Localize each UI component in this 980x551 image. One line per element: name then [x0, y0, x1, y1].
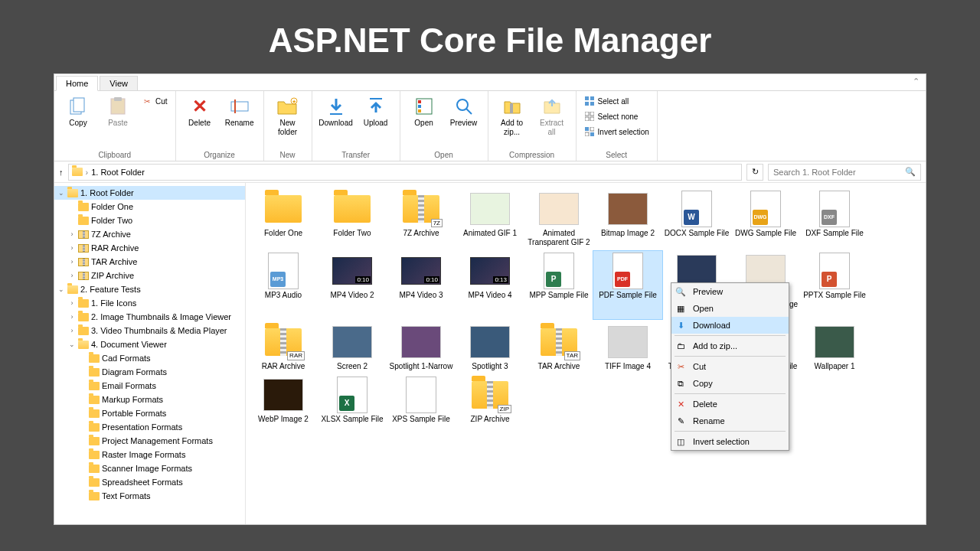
- file-item[interactable]: 0:10MP4 Video 2: [318, 251, 387, 319]
- file-item[interactable]: PPPTX Sample File: [800, 251, 869, 319]
- svg-rect-13: [418, 109, 421, 112]
- file-item[interactable]: Screen 2: [318, 322, 387, 373]
- collapse-ribbon-icon[interactable]: ⌃: [913, 77, 920, 86]
- file-item[interactable]: 0:13MP4 Video 4: [456, 251, 524, 319]
- file-item[interactable]: Spotlight 1-Narrow: [387, 322, 456, 373]
- ctx-download[interactable]: ⬇Download: [671, 317, 789, 334]
- tree-node[interactable]: ›TAR Archive: [54, 255, 245, 269]
- new-folder-button[interactable]: ★ New folder: [269, 94, 307, 138]
- expand-icon[interactable]: ›: [68, 327, 76, 334]
- file-item[interactable]: PMPP Sample File: [524, 251, 593, 319]
- expand-icon[interactable]: ›: [68, 230, 76, 238]
- ctx-open[interactable]: ▦Open: [671, 300, 789, 317]
- expand-icon[interactable]: ›: [68, 272, 76, 279]
- file-item[interactable]: Spotlight 3: [456, 322, 524, 373]
- file-name: PDF Sample File: [599, 291, 657, 300]
- file-item[interactable]: TIFF Image 4: [593, 322, 662, 373]
- preview-icon: [453, 96, 475, 117]
- expand-icon[interactable]: ⌄: [68, 341, 76, 348]
- search-box[interactable]: 🔍: [768, 164, 921, 181]
- tree-node[interactable]: Folder One: [54, 200, 245, 214]
- tree-node[interactable]: Portable Formats: [54, 406, 245, 420]
- search-input[interactable]: [773, 168, 905, 177]
- file-item[interactable]: WDOCX Sample File: [662, 189, 731, 248]
- extract-all-button[interactable]: Extract all: [533, 94, 571, 138]
- tree-label: Raster Image Formats: [102, 450, 185, 459]
- tree-node[interactable]: Project Management Formats: [54, 434, 245, 448]
- file-item[interactable]: Folder Two: [318, 189, 387, 248]
- file-item[interactable]: Animated Transparent GIF 2: [524, 189, 593, 248]
- expand-icon[interactable]: ›: [68, 244, 76, 252]
- tree-node[interactable]: Diagram Formats: [54, 365, 245, 379]
- upload-button[interactable]: Upload: [357, 94, 395, 129]
- file-item[interactable]: TARTAR Archive: [524, 322, 593, 373]
- file-item[interactable]: WebP Image 2: [249, 375, 318, 425]
- tree-node[interactable]: ›3. Video Thumbnails & Media Player: [54, 324, 245, 337]
- tree-node[interactable]: Folder Two: [54, 214, 245, 227]
- file-item[interactable]: ZIPZIP Archive: [456, 375, 524, 425]
- ctx-copy[interactable]: ⧉Copy: [671, 375, 789, 392]
- open-button[interactable]: Open: [405, 94, 443, 129]
- tree-node[interactable]: ⌄4. Document Viewer: [54, 337, 245, 351]
- file-item[interactable]: Bitmap Image 2: [593, 189, 662, 248]
- download-button[interactable]: Download: [317, 94, 355, 129]
- refresh-button[interactable]: ↻: [746, 164, 763, 181]
- file-item[interactable]: PDFPDF Sample File: [593, 251, 662, 319]
- ctx-rename[interactable]: ✎Rename: [671, 412, 789, 429]
- svg-rect-19: [585, 102, 589, 106]
- tab-home[interactable]: Home: [56, 76, 98, 91]
- tree-node[interactable]: Cad Formats: [54, 351, 245, 365]
- tree-node[interactable]: ›1. File Icons: [54, 296, 245, 310]
- file-item[interactable]: DWGDWG Sample File: [731, 189, 800, 248]
- file-item[interactable]: Animated GIF 1: [456, 189, 524, 248]
- invert-selection-button[interactable]: Invert selection: [581, 125, 652, 139]
- cut-button[interactable]: ✂ Cut: [139, 94, 171, 108]
- file-item[interactable]: 7Z7Z Archive: [387, 189, 456, 248]
- expand-icon[interactable]: ›: [68, 299, 76, 307]
- file-item[interactable]: RARRAR Archive: [249, 322, 318, 373]
- tab-view[interactable]: View: [100, 76, 138, 90]
- expand-icon[interactable]: ⌄: [57, 189, 65, 197]
- tree-node[interactable]: Text Formats: [54, 489, 245, 503]
- file-item[interactable]: 0:10MP4 Video 3: [387, 251, 456, 319]
- expand-icon[interactable]: ›: [68, 258, 76, 266]
- file-item[interactable]: Wallpaper 1: [800, 322, 869, 373]
- file-item[interactable]: MP3MP3 Audio: [249, 251, 318, 319]
- expand-icon[interactable]: ⌄: [57, 285, 65, 293]
- expand-icon[interactable]: ›: [68, 313, 76, 321]
- tree-node[interactable]: Raster Image Formats: [54, 448, 245, 461]
- tree-node[interactable]: ⌄1. Root Folder: [54, 186, 245, 200]
- ctx-add-zip[interactable]: 🗀Add to zip...: [671, 337, 789, 354]
- paste-button[interactable]: Paste: [99, 94, 137, 129]
- file-item[interactable]: XPS Sample File: [387, 375, 456, 425]
- file-name: MP3 Audio: [265, 291, 302, 300]
- nav-up-icon[interactable]: ↑: [59, 168, 64, 177]
- preview-button[interactable]: Preview: [445, 94, 483, 129]
- tree-node[interactable]: ⌄2. Feature Tests: [54, 282, 245, 296]
- select-all-button[interactable]: Select all: [581, 94, 652, 108]
- copy-button[interactable]: Copy: [59, 94, 97, 129]
- file-item[interactable]: Folder One: [249, 189, 318, 248]
- tree-node[interactable]: ›RAR Archive: [54, 241, 245, 255]
- tree-node[interactable]: Scanner Image Formats: [54, 461, 245, 475]
- tree-node[interactable]: ›ZIP Archive: [54, 269, 245, 282]
- tree-node[interactable]: Email Formats: [54, 379, 245, 393]
- rename-button[interactable]: Rename: [220, 94, 259, 129]
- invert-icon: [584, 126, 595, 137]
- add-to-zip-button[interactable]: Add to zip...: [493, 94, 531, 138]
- tree-node[interactable]: Spreadsheet Formats: [54, 475, 245, 489]
- tree-node[interactable]: ›2. Image Thumbnails & Image Viewer: [54, 310, 245, 324]
- ctx-invert[interactable]: ◫Invert selection: [671, 433, 789, 450]
- ctx-preview[interactable]: 🔍Preview: [671, 283, 789, 300]
- select-none-button[interactable]: Select none: [581, 109, 652, 123]
- tree-node[interactable]: ›7Z Archive: [54, 227, 245, 241]
- breadcrumb-path[interactable]: › 1. Root Folder: [68, 164, 743, 181]
- file-name: XLSX Sample File: [321, 415, 383, 424]
- ctx-cut[interactable]: ✂Cut: [671, 358, 789, 375]
- delete-button[interactable]: ✕ Delete: [181, 94, 219, 129]
- file-item[interactable]: XXLSX Sample File: [318, 375, 387, 425]
- tree-node[interactable]: Markup Formats: [54, 393, 245, 406]
- tree-node[interactable]: Presentation Formats: [54, 420, 245, 434]
- file-item[interactable]: DXFDXF Sample File: [800, 189, 869, 248]
- ctx-delete[interactable]: ✕Delete: [671, 396, 789, 412]
